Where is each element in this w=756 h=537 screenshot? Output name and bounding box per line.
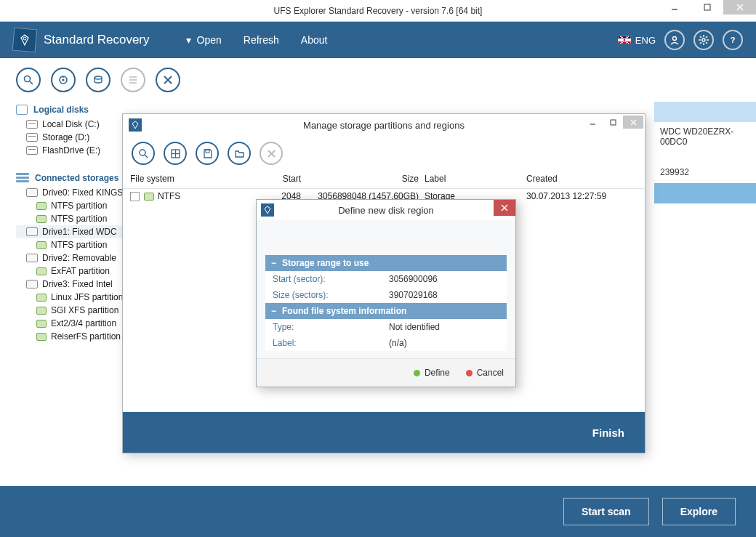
language-selector[interactable]: ENG xyxy=(618,35,656,46)
dialog-icon xyxy=(129,118,142,132)
sidebar-item-drive2-part0[interactable]: ExFAT partition xyxy=(16,265,124,278)
dialog-close-button[interactable] xyxy=(623,116,643,129)
section-storage-range[interactable]: −Storage range to use xyxy=(265,255,507,271)
cancel-label: Cancel xyxy=(477,368,504,378)
drive-info-empty xyxy=(654,203,756,224)
list-button[interactable] xyxy=(121,68,145,92)
explore-button[interactable]: Explore xyxy=(662,498,736,525)
user-button[interactable] xyxy=(664,30,685,50)
field-label: Size (sectors): xyxy=(273,290,389,300)
svg-line-14 xyxy=(700,42,701,44)
sidebar-item-flashdrive-e[interactable]: FlashDrive (E:) xyxy=(16,144,124,157)
th-created[interactable]: Created xyxy=(526,174,638,184)
sidebar-item-drive1[interactable]: Drive1: Fixed WDC xyxy=(16,225,124,238)
sidebar-item-drive1-part0[interactable]: NTFS partition xyxy=(16,238,124,251)
settings-button[interactable] xyxy=(693,30,714,50)
svg-point-4 xyxy=(23,37,26,40)
partition-icon xyxy=(36,307,47,315)
dlg-grid-button[interactable] xyxy=(164,142,187,165)
partition-icon xyxy=(36,215,47,223)
define-label: Define xyxy=(425,368,450,378)
close-button[interactable] xyxy=(156,68,180,92)
manage-partitions-footer: Finish xyxy=(123,412,645,453)
partition-icon xyxy=(36,267,47,275)
dlg-remove-button[interactable] xyxy=(260,142,283,165)
dlg-search-button[interactable] xyxy=(132,142,155,165)
app-header: Standard Recovery ▾Open Refresh About EN… xyxy=(0,22,756,58)
sidebar-item-drive0-part1[interactable]: NTFS partition xyxy=(16,212,124,225)
drive-info-serial: 239932 xyxy=(654,163,756,183)
sidebar-item-drive3-part3[interactable]: ReiserFS partition xyxy=(16,330,124,343)
cell-fs: NTFS xyxy=(158,191,180,201)
sidebar-item-drive3-part2[interactable]: Ext2/3/4 partition xyxy=(16,317,124,330)
sidebar-item-label: ExFAT partition xyxy=(51,266,110,276)
svg-line-13 xyxy=(706,36,707,38)
svg-line-12 xyxy=(706,42,707,44)
partition-button[interactable] xyxy=(86,68,110,92)
sidebar-item-drive3-part0[interactable]: Linux JFS partition xyxy=(16,291,124,304)
th-filesystem[interactable]: File system xyxy=(130,174,250,184)
sidebar-item-label: FlashDrive (E:) xyxy=(42,145,100,156)
dialog-icon xyxy=(261,203,274,217)
menu-open[interactable]: ▾Open xyxy=(186,34,222,46)
section-header-label: Storage range to use xyxy=(282,258,369,268)
th-size[interactable]: Size xyxy=(308,174,425,184)
manage-partitions-titlebar: Manage storage partitions and regions xyxy=(123,114,645,136)
window-close-button[interactable] xyxy=(723,0,756,15)
field-value: (n/a) xyxy=(389,338,407,348)
section-filesystem-info[interactable]: −Found file system information xyxy=(265,303,507,319)
define-button[interactable]: Define xyxy=(414,368,450,378)
section-connected-storages: Connected storages xyxy=(16,170,124,186)
start-scan-button[interactable]: Start scan xyxy=(563,498,649,525)
sidebar-item-drive0-part0[interactable]: NTFS partition xyxy=(16,199,124,212)
disk-icon xyxy=(26,133,38,142)
window-minimize-button[interactable] xyxy=(658,0,691,15)
field-value[interactable]: 3907029168 xyxy=(389,290,438,300)
svg-point-16 xyxy=(25,76,31,82)
menu-about[interactable]: About xyxy=(301,34,328,46)
sidebar-item-storage-d[interactable]: Storage (D:) xyxy=(16,131,124,144)
field-value[interactable]: 3056900096 xyxy=(389,274,438,284)
cell-created: 30.07.2013 12:27:59 xyxy=(526,191,638,201)
sidebar-item-drive2[interactable]: Drive2: Removable xyxy=(16,251,124,265)
menu-refresh-label: Refresh xyxy=(244,34,279,46)
dialog-maximize-button[interactable] xyxy=(603,116,623,129)
th-label[interactable]: Label xyxy=(425,174,526,184)
sidebar: Logical disks Local Disk (C:) Storage (D… xyxy=(0,102,124,486)
partition-icon xyxy=(36,333,47,341)
menu-open-label: Open xyxy=(197,34,222,46)
scan-button[interactable] xyxy=(51,68,76,92)
search-button[interactable] xyxy=(16,68,41,92)
help-button[interactable]: ? xyxy=(723,30,743,50)
finish-button[interactable]: Finish xyxy=(592,427,624,439)
row-type: Type:Not identified xyxy=(265,319,507,335)
partition-icon xyxy=(36,202,47,210)
hdd-icon xyxy=(26,280,38,288)
sidebar-item-label: Drive0: Fixed KINGSTON xyxy=(42,187,124,198)
dlg-open-button[interactable] xyxy=(228,142,251,165)
collapse-icon: − xyxy=(271,258,276,268)
partition-checkbox[interactable] xyxy=(130,192,140,201)
sidebar-item-drive0[interactable]: Drive0: Fixed KINGSTON xyxy=(16,186,124,199)
chevron-down-icon: ▾ xyxy=(186,34,191,46)
dialog-minimize-button[interactable] xyxy=(582,116,603,129)
sidebar-item-local-disk-c[interactable]: Local Disk (C:) xyxy=(16,118,124,131)
window-title: UFS Explorer Standard Recovery - version… xyxy=(274,6,483,16)
brand-icon xyxy=(12,28,38,53)
manage-partitions-title: Manage storage partitions and regions xyxy=(303,120,465,131)
sidebar-item-drive3-part1[interactable]: SGI XFS partition xyxy=(16,304,124,317)
sidebar-item-label: Local Disk (C:) xyxy=(42,119,100,129)
dlg-save-button[interactable] xyxy=(196,142,219,165)
partition-icon xyxy=(144,193,154,201)
define-region-body: −Storage range to use Start (sector):305… xyxy=(257,220,515,358)
main-menu: ▾Open Refresh About xyxy=(186,34,328,46)
svg-rect-28 xyxy=(611,120,616,125)
cancel-button[interactable]: Cancel xyxy=(466,368,504,378)
sidebar-item-drive3[interactable]: Drive3: Fixed Intel xyxy=(16,278,124,291)
disk-icon xyxy=(26,120,38,129)
menu-refresh[interactable]: Refresh xyxy=(244,34,279,46)
define-region-dialog: Define new disk region −Storage range to… xyxy=(256,199,516,387)
th-start[interactable]: Start xyxy=(250,174,308,184)
define-region-close-button[interactable] xyxy=(494,200,515,216)
window-maximize-button[interactable] xyxy=(691,0,723,15)
